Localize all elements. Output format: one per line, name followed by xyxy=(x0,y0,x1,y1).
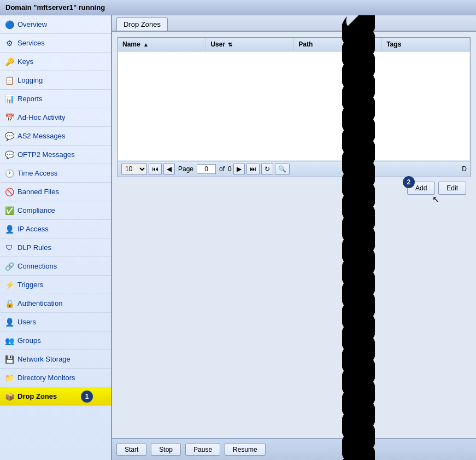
edit-button[interactable]: Edit xyxy=(438,182,466,195)
start-button[interactable]: Start xyxy=(116,444,146,456)
sidebar: 🔵 Overview ⚙ Services 🔑 Keys 📋 Logging 📊… xyxy=(0,15,111,460)
sidebar-item-ipaccess[interactable]: 👤 IP Access xyxy=(0,220,111,238)
sidebar-item-logging[interactable]: 📋 Logging xyxy=(0,71,111,90)
adhoc-icon: 📅 xyxy=(4,113,14,123)
sidebar-item-oftp2[interactable]: 💬 OFTP2 Messages xyxy=(0,145,111,164)
empty-cell xyxy=(118,51,470,161)
next-page-btn[interactable]: ▶ xyxy=(233,164,245,174)
as2-icon: 💬 xyxy=(4,131,14,141)
of-label: of xyxy=(219,165,225,173)
sidebar-label-authentication: Authentication xyxy=(17,299,62,307)
sidebar-item-authentication[interactable]: 🔒 Authentication xyxy=(0,294,111,313)
users-icon: 👤 xyxy=(4,317,14,327)
sidebar-item-connections[interactable]: 🔗 Connections xyxy=(0,257,111,276)
pagination-bar: 10 25 50 100 ⏮ ◀ Page of 0 ▶ ⏭ ↻ xyxy=(118,161,470,177)
col-name[interactable]: Name ▲ xyxy=(118,38,206,51)
col-tags: Tags xyxy=(382,38,470,51)
sidebar-label-networkstorage: Network Storage xyxy=(17,355,70,363)
sidebar-item-overview[interactable]: 🔵 Overview xyxy=(0,15,111,34)
cursor-icon: ↖ xyxy=(432,194,439,205)
sidebar-label-dropzones: Drop Zones xyxy=(17,392,57,400)
groups-icon: 👥 xyxy=(4,336,14,346)
sidebar-item-as2[interactable]: 💬 AS2 Messages xyxy=(0,127,111,145)
sidebar-item-adhoc[interactable]: 📅 Ad-Hoc Activity xyxy=(0,108,111,127)
sort-arrow-user: ⇅ xyxy=(228,42,232,48)
sidebar-item-dlp[interactable]: 🛡 DLP Rules xyxy=(0,238,111,257)
per-page-select[interactable]: 10 25 50 100 xyxy=(121,164,147,174)
networkstorage-icon: 💾 xyxy=(4,354,14,364)
sidebar-item-dropzones[interactable]: 📦 Drop Zones 1 xyxy=(0,387,111,406)
title-text: Domain "mftserver1" running xyxy=(5,3,105,11)
keys-icon: 🔑 xyxy=(4,57,14,67)
tab-dropzones[interactable]: Drop Zones xyxy=(116,18,168,31)
sidebar-label-keys: Keys xyxy=(17,57,33,66)
sidebar-item-keys[interactable]: 🔑 Keys xyxy=(0,53,111,71)
oftp2-icon: 💬 xyxy=(4,150,14,160)
bottom-bar: Start Stop Pause Resume xyxy=(112,438,476,460)
sidebar-item-reports[interactable]: 📊 Reports xyxy=(0,90,111,108)
triggers-icon: ⚡ xyxy=(4,280,14,290)
sidebar-label-oftp2: OFTP2 Messages xyxy=(17,150,75,159)
sidebar-item-groups[interactable]: 👥 Groups xyxy=(0,331,111,350)
sidebar-item-bannedfiles[interactable]: 🚫 Banned Files xyxy=(0,183,111,201)
step-badge-2: 2 xyxy=(403,176,415,188)
authentication-icon: 🔒 xyxy=(4,299,14,308)
reports-icon: 📊 xyxy=(4,94,14,104)
sidebar-label-compliance: Compliance xyxy=(17,206,55,214)
sidebar-label-as2: AS2 Messages xyxy=(17,132,65,140)
stop-button[interactable]: Stop xyxy=(151,444,181,456)
sidebar-label-users: Users xyxy=(17,318,36,326)
ipaccess-icon: 👤 xyxy=(4,224,14,234)
connections-icon: 🔗 xyxy=(4,261,14,271)
zoom-btn[interactable]: 🔍 xyxy=(275,164,290,174)
page-input[interactable] xyxy=(197,164,216,174)
sidebar-label-groups: Groups xyxy=(17,336,41,345)
col-path: Path xyxy=(294,38,382,51)
compliance-icon: ✅ xyxy=(4,206,14,216)
sidebar-label-logging: Logging xyxy=(17,76,43,84)
overview-icon: 🔵 xyxy=(4,20,14,30)
tab-dropzones-label: Drop Zones xyxy=(124,20,161,28)
sidebar-item-directorymonitors[interactable]: 📁 Directory Monitors xyxy=(0,369,111,387)
sidebar-label-dlp: DLP Rules xyxy=(17,243,51,252)
refresh-btn[interactable]: ↻ xyxy=(261,164,273,174)
bannedfiles-icon: 🚫 xyxy=(4,187,14,197)
sort-arrow-name: ▲ xyxy=(143,42,149,48)
resume-button[interactable]: Resume xyxy=(225,444,266,456)
sidebar-item-timeaccess[interactable]: 🕐 Time Access xyxy=(0,164,111,183)
d-label: D xyxy=(462,165,467,173)
page-label: Page xyxy=(178,165,193,173)
title-bar: Domain "mftserver1" running xyxy=(0,0,476,15)
sidebar-label-triggers: Triggers xyxy=(17,281,43,289)
sidebar-item-triggers[interactable]: ⚡ Triggers xyxy=(0,276,111,294)
step-badge-1: 1 xyxy=(81,391,93,403)
add-btn-wrapper: 2 Add ↖ xyxy=(407,182,435,195)
first-page-btn[interactable]: ⏮ xyxy=(149,164,162,174)
services-icon: ⚙ xyxy=(4,38,14,48)
sidebar-label-timeaccess: Time Access xyxy=(17,169,57,177)
sidebar-label-directorymonitors: Directory Monitors xyxy=(17,374,75,382)
actions-bar: 2 Add ↖ Edit xyxy=(117,177,471,199)
last-page-btn[interactable]: ⏭ xyxy=(246,164,260,174)
empty-row xyxy=(118,51,470,161)
sidebar-item-networkstorage[interactable]: 💾 Network Storage xyxy=(0,350,111,369)
col-user[interactable]: User ⇅ xyxy=(206,38,294,51)
sidebar-item-compliance[interactable]: ✅ Compliance xyxy=(0,201,111,220)
timeaccess-icon: 🕐 xyxy=(4,168,14,178)
data-table-container: Name ▲ User ⇅ Path xyxy=(117,37,471,177)
prev-page-btn[interactable]: ◀ xyxy=(163,164,175,174)
sidebar-label-overview: Overview xyxy=(17,20,47,28)
total-pages: 0 xyxy=(228,165,232,173)
dropzones-icon: 📦 xyxy=(4,392,14,401)
sidebar-item-services[interactable]: ⚙ Services xyxy=(0,34,111,53)
pause-button[interactable]: Pause xyxy=(185,444,220,456)
data-table: Name ▲ User ⇅ Path xyxy=(118,38,470,161)
dlp-icon: 🛡 xyxy=(4,243,14,253)
tab-bar: Drop Zones xyxy=(112,15,476,32)
logging-icon: 📋 xyxy=(4,75,14,85)
sidebar-label-connections: Connections xyxy=(17,262,57,270)
sidebar-label-reports: Reports xyxy=(17,95,43,103)
sidebar-item-users[interactable]: 👤 Users xyxy=(0,313,111,331)
sidebar-label-adhoc: Ad-Hoc Activity xyxy=(17,113,65,121)
sidebar-label-ipaccess: IP Access xyxy=(17,225,49,233)
